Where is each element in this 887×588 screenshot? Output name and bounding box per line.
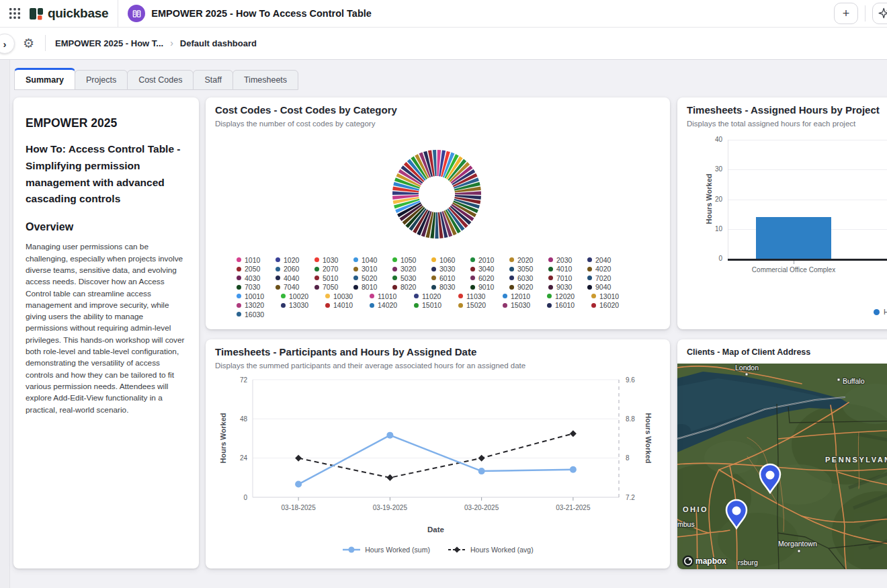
donut-slice-7020[interactable] bbox=[435, 212, 438, 239]
ai-sparkle-button[interactable] bbox=[872, 3, 887, 24]
legend-item-1060[interactable]: 1060 bbox=[431, 255, 470, 265]
bar-commercial-office-complex[interactable] bbox=[756, 217, 831, 259]
legend-item-7040[interactable]: 7040 bbox=[276, 283, 314, 292]
legend-item-4040[interactable]: 4040 bbox=[276, 274, 314, 283]
legend-item-1040[interactable]: 1040 bbox=[353, 255, 392, 265]
legend-item-13020[interactable]: 13020 bbox=[237, 301, 281, 310]
legend-item-16030[interactable]: 16030 bbox=[237, 310, 281, 319]
tab-timesheets[interactable]: Timesheets bbox=[233, 70, 298, 90]
avg-data-point[interactable] bbox=[295, 455, 302, 462]
client-map[interactable]: LondonBuffaloPENNSYLVANOHIOmbusMorgantow… bbox=[677, 364, 887, 569]
legend-item-3040[interactable]: 3040 bbox=[470, 265, 509, 274]
legend-item-9020[interactable]: 9020 bbox=[509, 283, 548, 292]
avg-data-point[interactable] bbox=[570, 430, 577, 437]
legend-item-2050[interactable]: 2050 bbox=[237, 265, 276, 274]
x-tick bbox=[794, 261, 794, 264]
legend-item-7030[interactable]: 7030 bbox=[237, 283, 276, 292]
breadcrumb-page[interactable]: Default dashboard bbox=[180, 38, 257, 48]
legend-item-10010[interactable]: 10010 bbox=[237, 292, 281, 301]
legend-item-5020[interactable]: 5020 bbox=[353, 274, 392, 283]
legend-item-7010[interactable]: 7010 bbox=[548, 274, 587, 283]
line-legend-item-sum[interactable]: Hours Worked (sum) bbox=[342, 546, 430, 554]
legend-item-11020[interactable]: 11020 bbox=[414, 292, 458, 301]
legend-item-11030[interactable]: 11030 bbox=[458, 292, 503, 301]
avg-data-point[interactable] bbox=[386, 474, 393, 481]
legend-item-1010[interactable]: 1010 bbox=[237, 255, 276, 265]
legend-item-5030[interactable]: 5030 bbox=[392, 274, 431, 283]
mapbox-attribution[interactable]: mapbox bbox=[683, 556, 727, 567]
legend-item-6010[interactable]: 6010 bbox=[431, 274, 470, 283]
legend-item-2010[interactable]: 2010 bbox=[470, 255, 509, 265]
legend-label: 12020 bbox=[555, 292, 575, 300]
legend-item-1050[interactable]: 1050 bbox=[392, 255, 431, 265]
legend-item-13010[interactable]: 13010 bbox=[591, 292, 636, 301]
legend-item-11010[interactable]: 11010 bbox=[370, 292, 414, 301]
legend-item-16010[interactable]: 16010 bbox=[547, 301, 591, 310]
legend-swatch bbox=[587, 267, 592, 271]
legend-item-8030[interactable]: 8030 bbox=[431, 283, 470, 292]
donut-chart[interactable] bbox=[380, 137, 494, 251]
legend-item-14020[interactable]: 14020 bbox=[370, 301, 414, 310]
legend-item-6030[interactable]: 6030 bbox=[509, 274, 548, 283]
legend-item-15010[interactable]: 15010 bbox=[414, 301, 458, 310]
legend-item-7020[interactable]: 7020 bbox=[587, 274, 626, 283]
legend-item-10020[interactable]: 10020 bbox=[281, 292, 325, 301]
legend-item-4030[interactable]: 4030 bbox=[237, 274, 276, 283]
tab-cost-codes[interactable]: Cost Codes bbox=[127, 70, 194, 90]
legend-item-12020[interactable]: 12020 bbox=[547, 292, 591, 301]
legend-item-2060[interactable]: 2060 bbox=[276, 265, 314, 274]
app-chip[interactable]: EMPOWER 2025 - How To Access Control Tab… bbox=[128, 5, 372, 22]
tab-summary[interactable]: Summary bbox=[14, 68, 75, 90]
legend-item-1030[interactable]: 1030 bbox=[314, 255, 353, 265]
legend-item-3010[interactable]: 3010 bbox=[353, 265, 392, 274]
legend-item-3030[interactable]: 3030 bbox=[431, 265, 470, 274]
legend-item-3020[interactable]: 3020 bbox=[392, 265, 431, 274]
svg-text:7.2: 7.2 bbox=[626, 494, 635, 501]
legend-item-15020[interactable]: 15020 bbox=[458, 301, 503, 310]
legend-item-8020[interactable]: 8020 bbox=[392, 283, 431, 292]
legend-item-16020[interactable]: 16020 bbox=[591, 301, 636, 310]
legend-item-10030[interactable]: 10030 bbox=[325, 292, 370, 301]
legend-item-2070[interactable]: 2070 bbox=[314, 265, 353, 274]
line-chart[interactable]: 02448727.288.89.603-18-202503-19-202503-… bbox=[206, 339, 670, 541]
legend-item-15030[interactable]: 15030 bbox=[503, 301, 547, 310]
bar-chart-legend[interactable]: Hours Worked (sum) bbox=[874, 308, 887, 316]
line-chart-card: Timesheets - Participants and Hours by A… bbox=[206, 339, 670, 569]
legend-item-7050[interactable]: 7050 bbox=[314, 283, 353, 292]
legend-swatch bbox=[314, 276, 319, 280]
breadcrumb-app[interactable]: EMPOWER 2025 - How T... bbox=[55, 38, 163, 48]
legend-item-5010[interactable]: 5010 bbox=[314, 274, 353, 283]
legend-item-4010[interactable]: 4010 bbox=[548, 265, 587, 274]
legend-item-6020[interactable]: 6020 bbox=[470, 274, 509, 283]
sum-data-point[interactable] bbox=[570, 466, 577, 473]
dashboard-page: quickbase EMPOWER 2025 - How To Access C… bbox=[0, 0, 887, 588]
legend-item-9030[interactable]: 9030 bbox=[548, 283, 587, 292]
sidebar-collapse-button[interactable]: › bbox=[0, 34, 15, 54]
tab-projects[interactable]: Projects bbox=[75, 70, 128, 90]
legend-swatch bbox=[547, 303, 552, 308]
settings-gear-icon[interactable]: ⚙ bbox=[23, 37, 34, 50]
legend-item-1020[interactable]: 1020 bbox=[276, 255, 314, 265]
quickbase-logo[interactable]: quickbase bbox=[30, 6, 108, 21]
legend-item-2040[interactable]: 2040 bbox=[587, 255, 626, 265]
legend-swatch bbox=[591, 294, 596, 298]
sum-data-point[interactable] bbox=[295, 481, 302, 488]
legend-item-13030[interactable]: 13030 bbox=[281, 301, 325, 310]
legend-item-4020[interactable]: 4020 bbox=[587, 265, 626, 274]
legend-item-9010[interactable]: 9010 bbox=[470, 283, 509, 292]
legend-item-2030[interactable]: 2030 bbox=[548, 255, 587, 265]
legend-item-2020[interactable]: 2020 bbox=[509, 255, 548, 265]
tab-staff[interactable]: Staff bbox=[193, 70, 233, 90]
sum-data-point[interactable] bbox=[386, 432, 393, 439]
legend-item-12010[interactable]: 12010 bbox=[503, 292, 547, 301]
legend-item-14010[interactable]: 14010 bbox=[325, 301, 370, 310]
legend-item-3050[interactable]: 3050 bbox=[509, 265, 548, 274]
legend-item-9040[interactable]: 9040 bbox=[587, 283, 626, 292]
legend-item-8010[interactable]: 8010 bbox=[353, 283, 392, 292]
app-switcher-grid-icon[interactable] bbox=[9, 8, 20, 19]
legend-label: 3050 bbox=[517, 265, 533, 273]
new-item-button[interactable]: + bbox=[834, 3, 858, 24]
line-legend-item-avg[interactable]: Hours Worked (avg) bbox=[448, 546, 534, 554]
sum-data-point[interactable] bbox=[478, 468, 485, 474]
avg-data-point[interactable] bbox=[478, 455, 485, 462]
